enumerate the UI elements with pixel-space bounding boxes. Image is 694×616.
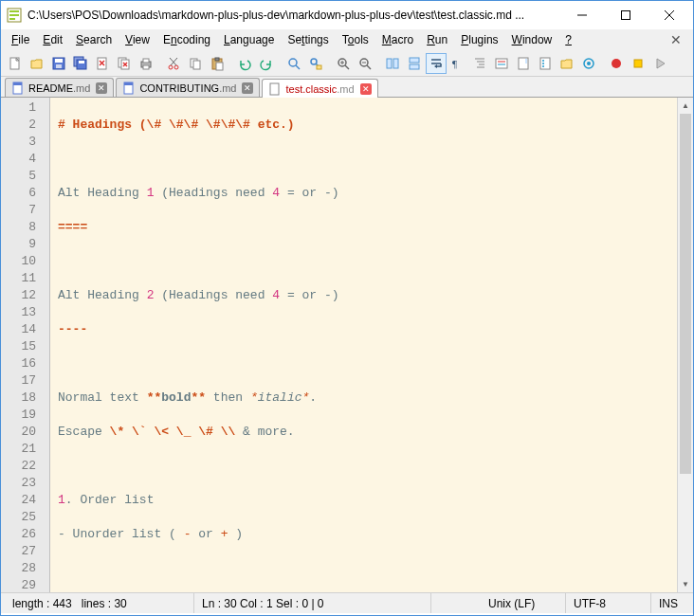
svg-point-64 <box>542 63 544 64</box>
title-bar: C:\Users\POS\Downloads\markdown-plus-plu… <box>1 1 693 29</box>
monitor-button[interactable] <box>578 53 599 74</box>
menu-edit[interactable]: Edit <box>36 31 69 48</box>
code-editor[interactable]: # Headings (\# \#\# \#\#\# etc.) Alt Hea… <box>50 98 677 592</box>
status-insert-mode: INS <box>651 593 689 613</box>
sync-h-button[interactable] <box>404 53 425 74</box>
vertical-scrollbar[interactable]: ▲ ▼ <box>677 98 693 592</box>
maximize-button[interactable] <box>604 1 648 29</box>
tab-contributing[interactable]: CONTRIBUTING.md ✕ <box>116 78 260 97</box>
play-button[interactable] <box>649 53 670 74</box>
redo-button[interactable] <box>256 53 277 74</box>
svg-rect-10 <box>55 59 63 63</box>
doc-map-button[interactable] <box>513 53 534 74</box>
svg-rect-62 <box>540 58 550 69</box>
menu-plugins[interactable]: Plugins <box>454 31 504 48</box>
indent-guide-button[interactable] <box>469 53 490 74</box>
stop-button[interactable] <box>628 53 648 74</box>
svg-line-40 <box>345 65 349 69</box>
paste-button[interactable] <box>207 53 228 74</box>
zoom-in-button[interactable] <box>333 53 354 74</box>
close-button[interactable] <box>648 1 691 29</box>
svg-rect-30 <box>193 61 200 69</box>
status-eol: Unix (LF) <box>481 593 566 613</box>
func-list-button[interactable] <box>535 53 556 74</box>
svg-rect-24 <box>143 65 149 69</box>
udl-button[interactable] <box>491 53 512 74</box>
status-bar: length : 443 lines : 30 Ln : 30 Col : 1 … <box>1 592 693 613</box>
close-file-button[interactable] <box>92 53 113 74</box>
tab-test-classic[interactable]: test.classic.md ✕ <box>262 79 377 98</box>
tab-readme[interactable]: README.md ✕ <box>5 78 114 97</box>
find-button[interactable] <box>283 53 304 74</box>
folder-button[interactable] <box>557 53 577 74</box>
svg-rect-5 <box>622 11 630 20</box>
menu-help[interactable]: ? <box>558 31 578 48</box>
svg-line-44 <box>367 65 371 69</box>
window-title: C:\Users\POS\Downloads\markdown-plus-plu… <box>27 9 560 22</box>
minimize-button[interactable] <box>560 1 604 29</box>
svg-line-35 <box>296 65 300 69</box>
svg-line-27 <box>171 58 177 65</box>
menu-window[interactable]: Window <box>505 31 559 48</box>
svg-rect-61 <box>525 59 527 63</box>
save-button[interactable] <box>48 53 69 74</box>
status-position: Ln : 30 Col : 1 Sel : 0 | 0 <box>194 593 431 613</box>
menu-file[interactable]: File <box>5 31 36 48</box>
scroll-down-icon[interactable]: ▼ <box>678 576 693 592</box>
menubar-close-icon[interactable]: ✕ <box>663 32 689 47</box>
menu-run[interactable]: Run <box>420 31 454 48</box>
tab-label: CONTRIBUTING.md <box>139 82 236 94</box>
menu-search[interactable]: Search <box>69 31 119 48</box>
menu-encoding[interactable]: Encoding <box>156 31 217 48</box>
menu-tools[interactable]: Tools <box>336 31 375 48</box>
toolbar: ¶ <box>1 50 693 77</box>
svg-line-28 <box>170 58 176 65</box>
file-icon <box>268 82 282 96</box>
svg-rect-32 <box>215 58 219 61</box>
record-button[interactable] <box>606 53 627 74</box>
line-number-gutter[interactable]: 1234567891011121314151617181920212223242… <box>1 98 50 592</box>
undo-button[interactable] <box>234 53 255 74</box>
svg-rect-48 <box>410 58 419 63</box>
replace-button[interactable] <box>305 53 326 74</box>
copy-button[interactable] <box>185 53 206 74</box>
sync-v-button[interactable] <box>382 53 403 74</box>
svg-point-25 <box>169 65 173 69</box>
svg-point-67 <box>587 62 591 65</box>
file-icon <box>11 82 25 95</box>
menu-view[interactable]: View <box>119 31 156 48</box>
menu-settings[interactable]: Settings <box>281 31 335 48</box>
svg-rect-38 <box>317 65 321 69</box>
tab-close-icon[interactable]: ✕ <box>96 82 107 94</box>
svg-point-63 <box>542 60 544 62</box>
scroll-up-icon[interactable]: ▲ <box>678 98 693 114</box>
tab-close-icon[interactable]: ✕ <box>242 82 253 94</box>
new-file-button[interactable] <box>5 53 26 74</box>
svg-text:¶: ¶ <box>452 58 457 69</box>
svg-rect-73 <box>124 82 133 85</box>
all-chars-button[interactable]: ¶ <box>447 53 468 74</box>
svg-rect-1 <box>9 10 19 12</box>
tab-label: README.md <box>28 82 90 94</box>
scroll-thumb[interactable] <box>680 114 691 474</box>
save-all-button[interactable] <box>70 53 91 74</box>
menu-macro[interactable]: Macro <box>375 31 420 48</box>
zoom-out-button[interactable] <box>355 53 375 74</box>
svg-rect-46 <box>387 59 392 68</box>
close-all-button[interactable] <box>114 53 135 74</box>
menu-language[interactable]: Language <box>217 31 281 48</box>
tab-label: test.classic.md <box>285 83 354 95</box>
svg-rect-49 <box>410 64 419 69</box>
svg-rect-3 <box>9 18 15 20</box>
print-button[interactable] <box>136 53 156 74</box>
svg-point-65 <box>542 65 544 67</box>
wordwrap-button[interactable] <box>426 53 447 74</box>
svg-rect-57 <box>496 59 507 68</box>
open-file-button[interactable] <box>27 53 47 74</box>
svg-point-34 <box>289 59 297 66</box>
window-controls <box>560 1 691 29</box>
app-icon <box>7 8 22 23</box>
cut-button[interactable] <box>163 53 184 74</box>
tab-close-icon[interactable]: ✕ <box>360 83 372 95</box>
svg-rect-47 <box>393 59 398 68</box>
